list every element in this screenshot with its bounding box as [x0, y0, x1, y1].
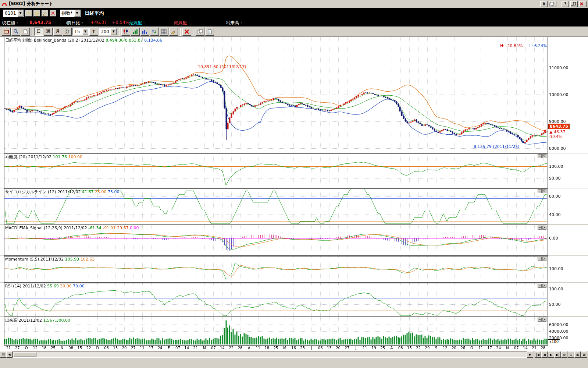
- scroll-menu-button[interactable]: [0, 351, 6, 358]
- current-price-label: 現在値：: [2, 20, 19, 26]
- period-week-button[interactable]: 週: [44, 28, 53, 36]
- interval-combobox[interactable]: 15 ▼: [72, 28, 89, 35]
- copy-window-button[interactable]: [549, 1, 556, 7]
- axis-label-main: 9000.00: [549, 119, 566, 124]
- panel-close-button[interactable]: ×: [542, 318, 546, 322]
- chevron-down-icon[interactable]: ▼: [74, 10, 80, 17]
- axis-label-vol: 40000.00: [549, 329, 569, 334]
- panel-minimize-button[interactable]: −: [538, 284, 542, 288]
- legend-part: 日経平均(指数) Bollinger_Bands (20,2) 2011/12/…: [5, 38, 106, 43]
- grid-icon: [161, 29, 167, 34]
- macd-legend: MACD_EMA_Signal (12,26,9) 2011/12/02 -61…: [5, 226, 139, 230]
- x-axis-label: 26: [459, 346, 467, 350]
- axis-label-kairi: 100.00: [549, 164, 563, 169]
- x-axis-label: 16: [289, 346, 298, 350]
- chevron-down-icon[interactable]: ▼: [18, 10, 24, 17]
- scroll-left-button[interactable]: ◀: [6, 351, 13, 358]
- panel-close-button[interactable]: ×: [542, 226, 546, 230]
- legend-part: 8,134.86: [144, 38, 162, 43]
- x-axis-label: 24: [494, 346, 503, 350]
- toolbar-separator: [180, 28, 181, 36]
- close-button[interactable]: [579, 1, 587, 7]
- panel-close-button[interactable]: ×: [542, 189, 546, 193]
- panel-minimize-button[interactable]: −: [538, 257, 542, 261]
- current-price-value: 8,643.75: [29, 20, 51, 25]
- first-bar-button[interactable]: |◀: [535, 351, 541, 358]
- x-axis-label: 25: [378, 346, 387, 350]
- panel-minimize-button[interactable]: −: [538, 154, 542, 158]
- x-axis-label: 12: [31, 346, 40, 350]
- candlestick-chart-button[interactable]: [121, 28, 130, 36]
- delete-indicator-button[interactable]: [182, 28, 191, 36]
- legend-part: 105.93: [65, 257, 81, 262]
- page-icon: [23, 29, 28, 34]
- panel-close-button[interactable]: ×: [542, 154, 546, 158]
- chevron-down-icon[interactable]: ▼: [82, 28, 88, 35]
- undo-button[interactable]: [25, 10, 32, 17]
- legend-part: 8,853.87: [125, 38, 144, 43]
- copy-pages-icon: [197, 29, 203, 34]
- draw-tools-button[interactable]: [169, 28, 178, 36]
- clear-symbol-button[interactable]: [50, 10, 56, 17]
- zoom-button[interactable]: [11, 28, 20, 36]
- period-month-button[interactable]: 月: [53, 28, 62, 36]
- period-day-button[interactable]: 日: [34, 28, 43, 36]
- symbol-category-combobox[interactable]: 指数* ▼: [60, 10, 81, 17]
- scrollbar-thumb[interactable]: [14, 352, 36, 357]
- help-button[interactable]: ?: [562, 1, 569, 7]
- menu-lines-icon: [1, 353, 5, 357]
- panel-buttons-vol: −×: [538, 318, 546, 322]
- panel-buttons-mom: −×: [538, 257, 546, 261]
- font-size-button[interactable]: A: [540, 1, 548, 7]
- zoom-out-button[interactable]: ⊖: [568, 351, 574, 358]
- x-axis-label: 29: [423, 346, 432, 350]
- period-minute-button[interactable]: 分: [63, 28, 72, 36]
- panel-close-button[interactable]: ×: [542, 284, 546, 288]
- legend-part: MACD_EMA_Signal (12,26,9) 2011/12/02: [5, 226, 88, 230]
- x-axis-label: N: [57, 346, 66, 350]
- panel-minimize-button[interactable]: −: [538, 318, 542, 322]
- candlestick-icon: [123, 29, 128, 34]
- panel-minimize-button[interactable]: −: [538, 189, 542, 193]
- grid-settings-button[interactable]: [160, 28, 168, 36]
- x-axis-label: M: [200, 346, 209, 350]
- last-bar-button[interactable]: ▶|: [555, 351, 561, 358]
- step-right-button[interactable]: ▶: [548, 351, 554, 358]
- x-axis-label: 27: [129, 346, 138, 350]
- new-page-button[interactable]: [21, 28, 30, 36]
- psych-legend: サイコロジカルライン (12) 2011/12/02 41.67 25.00 7…: [5, 189, 120, 195]
- up-arrow-icon: ▲: [549, 130, 552, 134]
- minimize-maximize-button[interactable]: [570, 1, 578, 7]
- x-axis-label: 24: [156, 346, 164, 350]
- slideshow-button[interactable]: [2, 28, 11, 36]
- axis-label-main: 10000.00: [549, 92, 569, 97]
- export-button[interactable]: [205, 28, 214, 36]
- layout-button[interactable]: ⊞: [574, 351, 581, 358]
- symbol-code-combobox[interactable]: 0101 ▼: [3, 10, 24, 17]
- edit-symbol-button[interactable]: [42, 10, 48, 17]
- x-axis-label: 14: [521, 346, 530, 350]
- watchlist-button[interactable]: [33, 10, 40, 17]
- bar-count-combobox[interactable]: 300 ▼: [99, 28, 117, 35]
- x-axis-label: 22: [227, 346, 236, 350]
- panel-close-button[interactable]: ×: [542, 257, 546, 261]
- step-left-button[interactable]: ◀: [541, 351, 548, 358]
- tick-button[interactable]: T: [89, 28, 98, 36]
- chevron-down-icon[interactable]: ▼: [111, 28, 117, 35]
- legend-part: 1,567,300.00: [43, 318, 70, 323]
- volume-chart-button[interactable]: [140, 28, 149, 36]
- last-price-change-percent: 0.54%: [548, 134, 570, 139]
- scroll-right-button[interactable]: ▶: [527, 351, 533, 358]
- axis-label-mom: 100.00: [549, 266, 563, 271]
- chart-overlays: H: -20.64%L: 6.24% 8643.75 ▲ 46.37 0.54%…: [0, 37, 588, 351]
- close-chart-button[interactable]: ⊠: [581, 351, 587, 358]
- panel-minimize-button[interactable]: −: [538, 226, 542, 230]
- legend-part: 30.00: [60, 284, 73, 289]
- bar-chart-button[interactable]: [131, 28, 140, 36]
- zoom-in-button[interactable]: ⊕: [561, 351, 567, 358]
- scrollbar-track[interactable]: [13, 351, 527, 358]
- copy-chart-button[interactable]: [196, 28, 204, 36]
- compare-button[interactable]: [150, 28, 159, 36]
- x-axis-label: 28: [539, 346, 548, 350]
- legend-part: Momentum (5,5) 2011/12/02: [5, 257, 65, 262]
